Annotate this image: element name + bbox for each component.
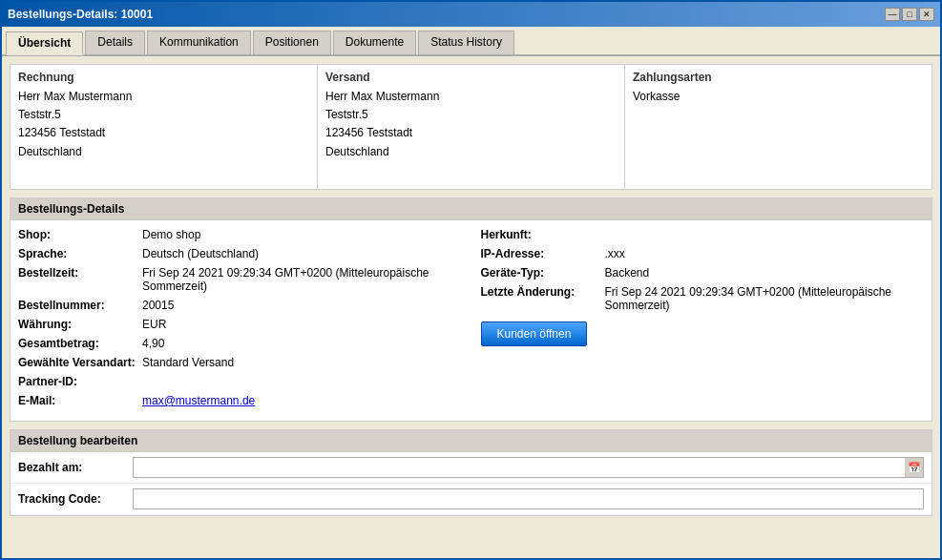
bestellung-bearbeiten-header: Bestellung bearbeiten (10, 430, 932, 452)
tab-dokumente[interactable]: Dokumente (333, 31, 416, 54)
zahlungsarten-box: Zahlungsarten Vorkasse (625, 65, 932, 189)
versandart-label: Gewählte Versandart: (18, 356, 142, 369)
bestellungs-details-section: Bestellungs-Details Shop: Demo shop Spra… (10, 197, 932, 422)
zahlungsarten-content: Vorkasse (633, 88, 924, 106)
bezahlt-label: Bezahlt am: (18, 461, 133, 474)
close-button[interactable]: ✕ (919, 8, 934, 21)
bestellnummer-row: Bestellnummer: 20015 (18, 299, 462, 312)
gesamtbetrag-value: 4,90 (142, 337, 164, 350)
details-right-column: Herkunft: IP-Adresse: .xxx Geräte-Typ: B… (481, 228, 925, 413)
tab-kommunikation[interactable]: Kommunikation (147, 31, 251, 54)
tab-details[interactable]: Details (85, 31, 145, 54)
bestellzeit-value: Fri Sep 24 2021 09:29:34 GMT+0200 (Mitte… (142, 266, 462, 293)
sprache-value: Deutsch (Deutschland) (142, 247, 259, 260)
zahlungsarten-title: Zahlungsarten (633, 71, 924, 84)
window-controls: — □ ✕ (885, 8, 934, 21)
kunden-oeffnen-button[interactable]: Kunden öffnen (481, 321, 588, 346)
address-section: Rechnung Herr Max MustermannTeststr.5123… (10, 64, 932, 190)
details-left-column: Shop: Demo shop Sprache: Deutsch (Deutsc… (18, 228, 462, 413)
email-value: max@mustermann.de (142, 394, 255, 407)
ip-label: IP-Adresse: (481, 247, 605, 260)
rechnung-box: Rechnung Herr Max MustermannTeststr.5123… (10, 65, 318, 189)
geraet-label: Geräte-Typ: (481, 266, 605, 280)
gesamtbetrag-row: Gesamtbetrag: 4,90 (18, 337, 462, 350)
main-window: Bestellungs-Details: 10001 — □ ✕ Übersic… (0, 0, 942, 560)
geraet-row: Geräte-Typ: Backend (481, 266, 925, 280)
versand-box: Versand Herr Max MustermannTeststr.51234… (318, 65, 625, 189)
versand-content: Herr Max MustermannTeststr.5123456 Tests… (325, 88, 617, 161)
partner-row: Partner-ID: (18, 375, 462, 388)
shop-row: Shop: Demo shop (18, 228, 462, 241)
tab-positionen[interactable]: Positionen (253, 31, 331, 54)
shop-value: Demo shop (142, 228, 200, 241)
waehrung-row: Währung: EUR (18, 318, 462, 331)
tracking-input[interactable] (133, 488, 924, 509)
window-title: Bestellungs-Details: 10001 (8, 8, 153, 21)
versand-title: Versand (325, 71, 617, 84)
rechnung-title: Rechnung (18, 71, 309, 84)
partner-label: Partner-ID: (18, 375, 142, 388)
kunden-button-row: Kunden öffnen (481, 318, 925, 346)
versandart-row: Gewählte Versandart: Standard Versand (18, 356, 462, 369)
sprache-label: Sprache: (18, 247, 142, 260)
minimize-button[interactable]: — (885, 8, 900, 21)
content-area: Rechnung Herr Max MustermannTeststr.5123… (2, 56, 940, 558)
bezahlt-input[interactable] (133, 457, 905, 478)
versandart-value: Standard Versand (142, 356, 234, 369)
bestellnummer-value: 20015 (142, 299, 174, 312)
bestellzeit-label: Bestellzeit: (18, 266, 142, 280)
details-grid: Shop: Demo shop Sprache: Deutsch (Deutsc… (10, 220, 932, 421)
letzte-label: Letzte Änderung: (481, 285, 605, 299)
email-link[interactable]: max@mustermann.de (142, 394, 255, 407)
bestellnummer-label: Bestellnummer: (18, 299, 142, 312)
restore-button[interactable]: □ (902, 8, 917, 21)
tracking-row: Tracking Code: (10, 484, 932, 515)
herkunft-label: Herkunft: (481, 228, 605, 241)
herkunft-row: Herkunft: (481, 228, 925, 241)
bestellungs-details-header: Bestellungs-Details (10, 198, 932, 220)
letzte-value: Fri Sep 24 2021 09:29:34 GMT+0200 (Mitte… (605, 285, 925, 312)
bezahlt-row: Bezahlt am: 📅 (10, 452, 932, 484)
gesamtbetrag-label: Gesamtbetrag: (18, 337, 142, 350)
email-label: E-Mail: (18, 394, 142, 407)
title-bar: Bestellungs-Details: 10001 — □ ✕ (2, 2, 940, 27)
waehrung-label: Währung: (18, 318, 142, 331)
geraet-value: Backend (605, 266, 650, 280)
tracking-label: Tracking Code: (18, 492, 133, 506)
bestellzeit-row: Bestellzeit: Fri Sep 24 2021 09:29:34 GM… (18, 266, 462, 293)
ip-value: .xxx (605, 247, 625, 260)
email-row: E-Mail: max@mustermann.de (18, 394, 462, 407)
tab-bar: Übersicht Details Kommunikation Position… (2, 27, 940, 56)
tab-uebersicht[interactable]: Übersicht (6, 31, 83, 55)
edit-form: Bezahlt am: 📅 Tracking Code: (10, 452, 932, 515)
tab-status-history[interactable]: Status History (418, 31, 514, 54)
sprache-row: Sprache: Deutsch (Deutschland) (18, 247, 462, 260)
ip-row: IP-Adresse: .xxx (481, 247, 925, 260)
letzte-row: Letzte Änderung: Fri Sep 24 2021 09:29:3… (481, 285, 925, 312)
bezahlt-input-wrapper: 📅 (133, 457, 924, 478)
calendar-icon[interactable]: 📅 (905, 457, 924, 478)
rechnung-content: Herr Max MustermannTeststr.5123456 Tests… (18, 88, 309, 161)
shop-label: Shop: (18, 228, 142, 241)
bestellung-bearbeiten-section: Bestellung bearbeiten Bezahlt am: 📅 Trac… (10, 429, 932, 516)
waehrung-value: EUR (142, 318, 166, 331)
